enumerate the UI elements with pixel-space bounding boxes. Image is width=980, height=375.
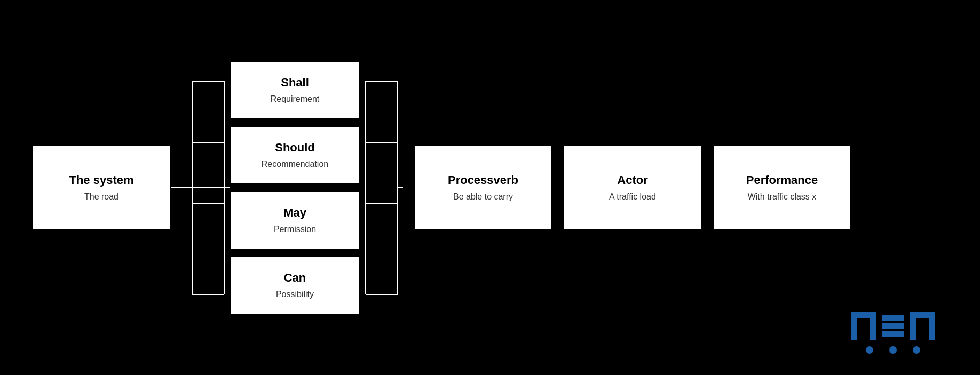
verb-shall-subtitle: Requirement [271, 94, 320, 104]
verb-can-subtitle: Possibility [276, 290, 314, 299]
verb-can-title: Can [284, 271, 306, 285]
nen-logo [849, 310, 937, 354]
performance-subtitle: With traffic class x [748, 192, 817, 202]
subject-title: The system [69, 173, 133, 187]
diagram-container: The system The road Shall Requirement [0, 0, 980, 375]
nen-equals-icon [882, 310, 904, 342]
performance-title: Performance [746, 173, 818, 187]
verb-stack: Shall Requirement Should Recommendation … [230, 61, 360, 315]
svg-rect-16 [870, 312, 876, 340]
nen-dot-1 [866, 346, 873, 354]
processverb-subtitle: Be able to carry [453, 192, 513, 202]
svg-rect-19 [882, 331, 904, 337]
verb-stack-wrapper: Shall Requirement Should Recommendation … [230, 61, 360, 315]
actor-subtitle: A traffic load [609, 192, 656, 202]
bracket-right-svg [360, 52, 403, 324]
verb-should-subtitle: Recommendation [262, 159, 328, 169]
actor-title: Actor [617, 173, 647, 187]
subject-box: The system The road [32, 145, 171, 230]
verb-may-subtitle: Permission [274, 225, 316, 234]
subject-subtitle: The road [84, 192, 118, 202]
svg-rect-17 [882, 315, 904, 321]
nen-dot-3 [913, 346, 920, 354]
svg-rect-22 [929, 312, 935, 340]
verb-box-shall: Shall Requirement [230, 61, 360, 119]
performance-box: Performance With traffic class x [713, 145, 851, 230]
verb-should-title: Should [275, 141, 315, 155]
svg-rect-18 [882, 323, 904, 329]
verb-shall-title: Shall [281, 76, 309, 90]
processverb-box: Processverb Be able to carry [414, 145, 552, 230]
bracket-svg [187, 52, 230, 324]
actor-box: Actor A traffic load [563, 145, 702, 230]
nen-dots [866, 346, 920, 354]
verb-box-should: Should Recommendation [230, 126, 360, 185]
verb-may-title: May [283, 206, 306, 220]
processverb-title: Processverb [448, 173, 518, 187]
right-boxes: Processverb Be able to carry Actor A tra… [414, 145, 851, 230]
verb-box-can: Can Possibility [230, 256, 360, 315]
verb-box-may: May Permission [230, 191, 360, 250]
nen-n1-icon [849, 310, 878, 342]
nen-n2-icon [908, 310, 937, 342]
nen-dot-2 [889, 346, 897, 354]
